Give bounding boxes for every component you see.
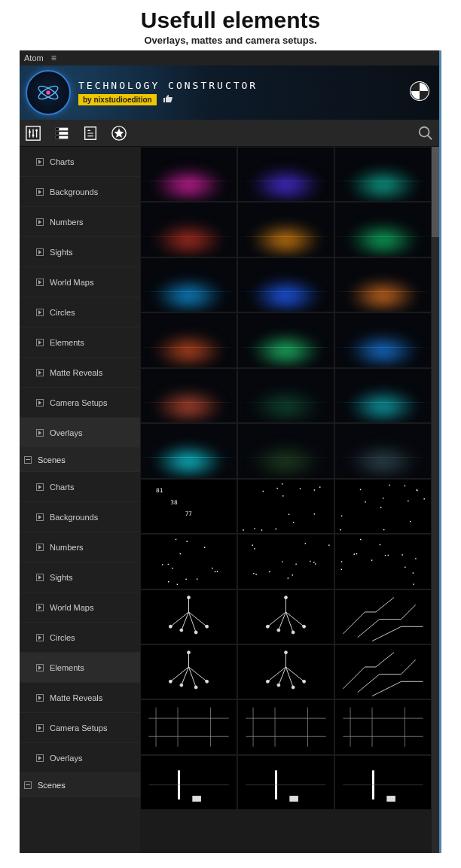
matte-thumbnail[interactable]: 813877 (141, 480, 237, 533)
matte-thumbnail[interactable] (335, 756, 431, 809)
overlay-thumbnail[interactable] (238, 369, 334, 422)
matte-thumbnail[interactable] (238, 480, 334, 533)
matte-thumbnail[interactable] (335, 480, 431, 533)
like-icon[interactable] (163, 94, 173, 105)
list-icon[interactable] (53, 124, 71, 142)
scrollbar[interactable] (432, 147, 439, 853)
matte-thumbnail[interactable] (238, 700, 334, 754)
svg-rect-63 (315, 563, 316, 564)
svg-rect-116 (386, 796, 395, 802)
star-icon[interactable] (110, 124, 128, 142)
svg-text:81: 81 (156, 487, 163, 494)
sidebar-item[interactable]: World Maps (20, 267, 140, 297)
matte-thumbnail[interactable] (335, 645, 431, 699)
overlay-thumbnail[interactable] (335, 148, 431, 201)
matte-thumbnail[interactable] (335, 590, 431, 644)
sidebar-item-label: Sights (50, 248, 73, 257)
sidebar-item[interactable]: Circles (20, 623, 140, 653)
sidebar-item[interactable]: Sights (20, 237, 140, 267)
svg-point-99 (277, 629, 280, 632)
play-icon (36, 158, 44, 166)
svg-point-102 (169, 680, 172, 683)
sidebar-item[interactable]: Camera Setups (20, 388, 140, 418)
overlay-thumbnail[interactable] (238, 148, 334, 201)
svg-point-96 (285, 595, 288, 598)
sidebar-item-label: Charts (50, 157, 74, 166)
svg-rect-78 (413, 572, 414, 573)
svg-rect-88 (360, 539, 361, 540)
svg-rect-89 (388, 555, 389, 556)
overlay-thumbnail[interactable] (141, 148, 237, 201)
svg-rect-112 (192, 796, 201, 802)
svg-rect-61 (177, 584, 178, 585)
sidebar-group[interactable]: Scenes (20, 773, 140, 797)
matte-thumbnail[interactable] (238, 645, 334, 699)
overlay-thumbnail[interactable] (141, 203, 237, 256)
sidebar-item[interactable]: Overlays (20, 743, 140, 773)
svg-point-2 (46, 90, 50, 94)
overlay-thumbnail[interactable] (141, 258, 237, 312)
page-icon[interactable] (81, 124, 99, 142)
svg-point-104 (180, 684, 183, 687)
hamburger-icon[interactable]: ≡ (51, 53, 56, 63)
matte-thumbnail[interactable] (335, 700, 431, 754)
sidebar-item[interactable]: Matte Reveals (20, 358, 140, 388)
sidebar-item[interactable]: Charts (20, 472, 140, 502)
overlay-thumbnail[interactable] (238, 258, 334, 312)
sidebar-item[interactable]: Matte Reveals (20, 683, 140, 713)
search-icon[interactable] (417, 124, 435, 142)
overlay-thumbnail[interactable] (335, 369, 431, 422)
svg-rect-25 (293, 522, 294, 522)
overlay-thumbnail[interactable] (141, 424, 237, 477)
svg-rect-27 (243, 529, 243, 530)
matte-thumbnail[interactable] (238, 535, 334, 588)
svg-rect-44 (383, 498, 383, 498)
sidebar-item[interactable]: World Maps (20, 592, 140, 623)
sidebar-item[interactable]: Sights (20, 562, 140, 592)
collapse-icon (24, 456, 32, 464)
sidebar-item[interactable]: Overlays (20, 418, 140, 448)
sidebar-item[interactable]: Charts (20, 147, 140, 177)
sidebar-item[interactable]: Numbers (20, 532, 140, 562)
matte-thumbnail[interactable] (238, 590, 334, 644)
sidebar-item[interactable]: Backgrounds (20, 502, 140, 532)
sidebar-item[interactable]: Elements (20, 327, 140, 358)
svg-rect-48 (408, 500, 408, 501)
svg-rect-51 (187, 541, 188, 542)
sidebar-item[interactable]: Elements (20, 653, 140, 683)
matte-thumbnail[interactable] (141, 645, 237, 699)
sidebar-group[interactable]: Scenes (20, 448, 140, 472)
matte-thumbnail[interactable] (335, 535, 431, 588)
sidebar-item-label: Charts (50, 483, 74, 492)
matte-thumbnail[interactable] (141, 756, 237, 809)
author-badge[interactable]: by nixstudioedition (78, 94, 157, 105)
sidebar-item[interactable]: Circles (20, 297, 140, 327)
sidebar-item[interactable]: Numbers (20, 207, 140, 237)
overlay-thumbnail[interactable] (141, 313, 237, 367)
overlay-thumbnail[interactable] (238, 424, 334, 477)
sidebar-item-label: Camera Setups (50, 723, 107, 732)
matte-thumbnail[interactable] (141, 590, 237, 644)
target-icon[interactable] (409, 81, 430, 102)
play-icon (36, 399, 44, 407)
titlebar: Atom ≡ (20, 50, 439, 65)
matte-thumbnail[interactable] (141, 535, 237, 588)
overlay-thumbnail[interactable] (335, 203, 431, 256)
sliders-icon[interactable] (24, 124, 42, 142)
svg-rect-67 (282, 562, 282, 562)
overlay-thumbnail[interactable] (238, 203, 334, 256)
overlay-thumbnail[interactable] (335, 424, 431, 477)
sidebar-group-label: Scenes (38, 455, 66, 464)
overlay-thumbnail[interactable] (238, 313, 334, 367)
matte-thumbnail[interactable] (141, 700, 237, 754)
overlay-thumbnail[interactable] (141, 369, 237, 422)
svg-rect-81 (385, 555, 386, 556)
sidebar-item[interactable]: Backgrounds (20, 177, 140, 207)
overlay-thumbnail[interactable] (335, 313, 431, 367)
svg-point-100 (292, 631, 295, 634)
sidebar-item[interactable]: Camera Setups (20, 713, 140, 743)
overlay-thumbnail[interactable] (335, 258, 431, 312)
scrollbar-thumb[interactable] (432, 147, 439, 237)
matte-thumbnail[interactable] (238, 756, 334, 809)
svg-text:77: 77 (185, 510, 193, 517)
